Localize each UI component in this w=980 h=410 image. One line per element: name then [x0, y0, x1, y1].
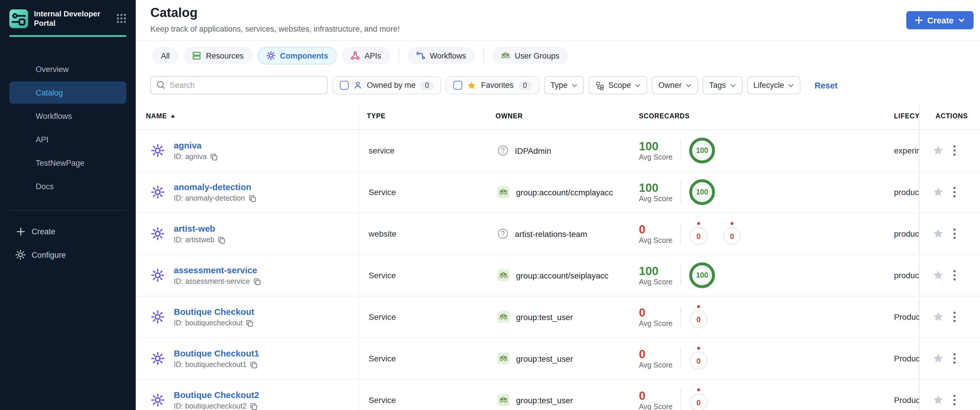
row-actions	[919, 338, 980, 379]
dropdown-label: Scope	[608, 81, 631, 89]
entity-type: service	[369, 146, 395, 155]
avg-score-value: 0	[639, 223, 673, 236]
tab-workflows[interactable]: Workflows	[407, 47, 475, 64]
tab-user-groups[interactable]: User Groups	[492, 47, 568, 64]
kebab-menu-icon[interactable]	[953, 145, 956, 156]
dropdown-label: Tags	[709, 81, 726, 89]
row-actions	[919, 213, 980, 254]
filter-dropdown-lifecycle[interactable]: Lifecycle	[747, 76, 800, 94]
entity-name-block: agnivaID: agniva	[174, 140, 218, 161]
tab-resources[interactable]: Resources	[183, 47, 253, 64]
sidebar-item-api[interactable]: API	[10, 128, 126, 150]
tab-all[interactable]: All	[152, 47, 178, 64]
sidebar-item-overview[interactable]: Overview	[10, 58, 126, 80]
favorites-checkbox[interactable]	[454, 81, 463, 89]
copy-icon[interactable]	[250, 361, 258, 369]
column-header-name[interactable]: NAME	[146, 112, 176, 120]
entity-name-link[interactable]: Boutique Checkout	[174, 306, 254, 317]
copy-icon[interactable]	[248, 195, 256, 202]
group-owner-icon	[497, 311, 510, 323]
scorecard-ring-badge[interactable]: 100	[689, 138, 715, 163]
favorite-star-icon[interactable]	[932, 228, 944, 239]
api-icon	[350, 51, 360, 60]
copy-icon[interactable]	[218, 236, 226, 244]
kebab-menu-icon[interactable]	[953, 270, 956, 281]
sidebar-item-testnewpage[interactable]: TestNewPage	[10, 152, 126, 174]
favorite-star-icon[interactable]	[932, 311, 944, 322]
search-input[interactable]	[150, 76, 328, 94]
favorite-star-icon[interactable]	[932, 353, 944, 364]
entity-name-link[interactable]: assessment-service	[174, 265, 257, 275]
entity-name-link[interactable]: Boutique Checkout1	[174, 348, 259, 358]
scorecard-ring-badge[interactable]: 0	[689, 222, 708, 246]
reset-filters-link[interactable]: Reset	[815, 81, 838, 90]
favorite-star-icon[interactable]	[932, 145, 944, 156]
kebab-menu-icon[interactable]	[953, 228, 956, 239]
entity-name-link[interactable]: agniva	[174, 140, 202, 150]
actions-header-sticky: ACTIONS	[919, 102, 980, 129]
screen: Internal Developer Portal OverviewCatalo…	[0, 0, 980, 410]
entity-name-link[interactable]: artist-web	[174, 223, 215, 233]
entity-type: Service	[369, 312, 396, 322]
scorecard-divider	[681, 306, 681, 327]
favorite-star-icon[interactable]	[932, 270, 944, 281]
sidebar-configure[interactable]: Configure	[0, 244, 136, 266]
filter-dropdown-scope[interactable]: Scope	[589, 76, 648, 94]
entity-owner: group:account/ccmplayacc	[497, 186, 613, 198]
main-content: Catalog Keep track of applications, serv…	[136, 0, 980, 410]
favorites-filter[interactable]: Favorites 0	[446, 76, 539, 94]
filter-dropdown-tags[interactable]: Tags	[703, 76, 742, 94]
scorecard-ring-badge[interactable]: 100	[689, 262, 715, 288]
favorite-star-icon[interactable]	[932, 187, 944, 198]
scorecard-rings: 100	[689, 130, 715, 171]
sidebar-item-docs[interactable]: Docs	[10, 175, 126, 197]
table-row: anomaly-detectionID: anomaly-detectionSe…	[136, 172, 980, 213]
avg-score: 100Avg Score	[639, 140, 673, 161]
table-row: Boutique Checkout2ID: boutiquecheckout2S…	[136, 380, 980, 410]
page-subtitle: Keep track of applications, services, we…	[150, 25, 399, 34]
avg-score-label: Avg Score	[639, 236, 673, 244]
kebab-menu-icon[interactable]	[953, 353, 956, 364]
copy-icon[interactable]	[253, 278, 261, 285]
app-switcher-grid-icon[interactable]	[116, 13, 126, 26]
scorecard-ring-badge[interactable]: 0	[722, 222, 741, 246]
kebab-menu-icon[interactable]	[953, 311, 956, 322]
entity-name-link[interactable]: anomaly-detection	[174, 182, 251, 192]
column-resize-divider[interactable]	[358, 102, 359, 410]
avg-score: 0Avg Score	[639, 223, 673, 244]
owned-by-me-filter[interactable]: Owned by me 0	[332, 76, 441, 94]
scorecard-ring-badge[interactable]: 0	[689, 347, 708, 370]
scorecard-ring-badge[interactable]: 100	[689, 179, 715, 205]
entity-name-link[interactable]: Boutique Checkout2	[174, 390, 259, 400]
scorecard-rings: 100	[689, 172, 715, 213]
copy-icon[interactable]	[210, 153, 218, 161]
entity-owner: group:test_user	[497, 311, 573, 323]
kebab-menu-icon[interactable]	[953, 394, 956, 405]
copy-icon[interactable]	[246, 319, 254, 327]
tab-components[interactable]: Components	[257, 47, 337, 64]
owned-by-me-checkbox[interactable]	[340, 81, 349, 89]
create-button[interactable]: Create	[906, 11, 974, 29]
sidebar-nav: OverviewCatalogWorkflowsAPITestNewPageDo…	[0, 58, 136, 197]
favorite-star-icon[interactable]	[932, 394, 944, 405]
scorecard-ring-badge[interactable]: 0	[689, 388, 708, 410]
tab-apis[interactable]: APIs	[342, 47, 390, 64]
sidebar-create[interactable]: Create	[0, 220, 136, 242]
sidebar-item-workflows[interactable]: Workflows	[10, 105, 126, 127]
gear-icon	[15, 249, 26, 260]
table-row: artist-webID: artistwebwebsiteartist-rel…	[136, 213, 980, 255]
column-header-type: TYPE	[367, 112, 385, 120]
scorecard-ring-badge[interactable]: 0	[689, 305, 708, 329]
filter-dropdown-owner[interactable]: Owner	[652, 76, 698, 94]
ring-progress-dot	[697, 388, 700, 391]
filter-dropdown-type[interactable]: Type	[544, 76, 584, 94]
sidebar-create-label: Create	[32, 227, 55, 236]
sidebar-item-catalog[interactable]: Catalog	[10, 81, 126, 104]
row-actions	[919, 297, 980, 337]
component-gear-icon	[151, 144, 164, 157]
entity-id-text: ID: boutiquecheckout2	[174, 402, 247, 410]
scorecard-rings: 00	[689, 213, 741, 254]
owner-label: group:test_user	[516, 312, 573, 322]
kebab-menu-icon[interactable]	[953, 187, 956, 198]
copy-icon[interactable]	[250, 402, 258, 410]
